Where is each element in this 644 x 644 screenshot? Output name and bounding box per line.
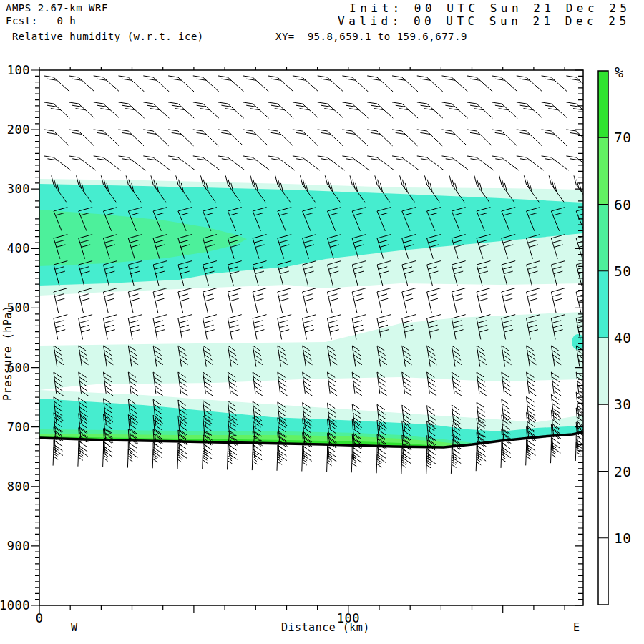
distance-tick-label: 100	[337, 611, 360, 625]
colorbar-segment	[598, 338, 608, 404]
colorbar-tick-label: 20	[614, 464, 631, 480]
colorbar-segment	[598, 71, 608, 137]
colorbar-segment	[598, 472, 608, 538]
amps-cross-section-page: { "header": { "model": "AMPS 2.67-km WRF…	[0, 0, 644, 644]
pressure-tick-label: 800	[7, 479, 30, 494]
colorbar-segment	[598, 205, 608, 271]
colorbar-tick-label: 60	[614, 197, 631, 213]
colorbar-tick-label: 30	[614, 396, 631, 413]
plot-area	[39, 76, 593, 474]
colorbar-tick-label: 10	[614, 530, 631, 547]
pressure-tick-label: 300	[7, 182, 30, 196]
pressure-tick-label: 100	[7, 63, 30, 77]
colorbar-segment	[598, 404, 608, 471]
rh-band-30-40	[39, 312, 583, 390]
pressure-tick-label: 1000	[0, 598, 30, 613]
pressure-tick-label: 400	[7, 241, 30, 255]
colorbar-tick-label: 50	[614, 263, 631, 280]
pressure-tick-label: 600	[7, 361, 30, 375]
colorbar-segment	[598, 137, 608, 204]
cross-section-plot: 10020030040050060070080090010000100%7060…	[0, 0, 644, 644]
colorbar-tick-label: 70	[614, 130, 631, 146]
pressure-tick-label: 700	[7, 420, 30, 434]
colorbar-units-label: %	[615, 64, 624, 81]
pressure-tick-label: 200	[7, 122, 30, 137]
colorbar-tick-label: 40	[614, 330, 631, 346]
colorbar-segment	[598, 538, 608, 605]
colorbar-segment	[598, 271, 608, 338]
colorbar: %70605040302010	[598, 64, 631, 605]
pressure-tick-label: 500	[7, 301, 30, 315]
pressure-tick-label: 900	[7, 539, 30, 553]
distance-tick-label: 0	[36, 611, 44, 625]
